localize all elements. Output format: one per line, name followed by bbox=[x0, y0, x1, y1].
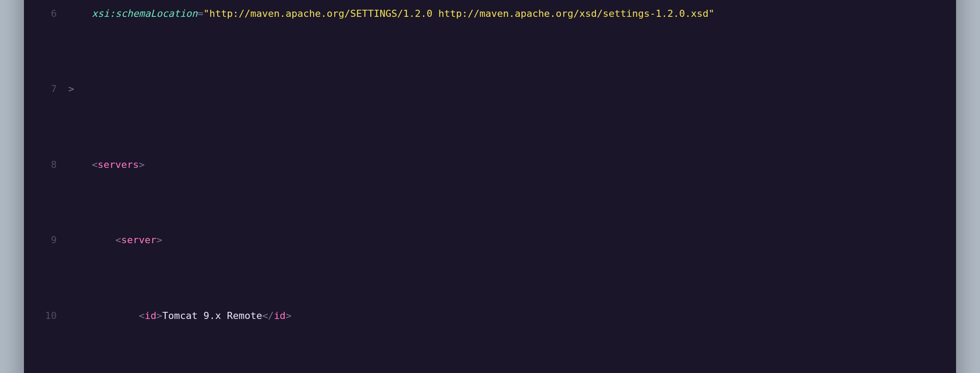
line-number: 8 bbox=[42, 157, 68, 172]
code-line: 6 xsi:schemaLocation="http://maven.apach… bbox=[42, 6, 938, 21]
line-number: 10 bbox=[42, 308, 68, 323]
code-content: xsi:schemaLocation="http://maven.apache.… bbox=[68, 6, 938, 21]
code-content: <server> bbox=[68, 233, 938, 248]
code-line: 10 <id>Tomcat 9.x Remote</id> bbox=[42, 308, 938, 323]
code-window: 1 <!-- /<path-to-maven>/conf/settings.xm… bbox=[24, 0, 956, 373]
code-line: 7 > bbox=[42, 82, 938, 97]
code-content: <servers> bbox=[68, 157, 938, 172]
line-number: 9 bbox=[42, 233, 68, 248]
code-line: 9 <server> bbox=[42, 233, 938, 248]
line-number: 7 bbox=[42, 82, 68, 97]
code-content: > bbox=[68, 82, 938, 97]
code-line: 8 <servers> bbox=[42, 157, 938, 172]
line-number: 6 bbox=[42, 6, 68, 21]
code-content: <id>Tomcat 9.x Remote</id> bbox=[68, 308, 938, 323]
code-block: 1 <!-- /<path-to-maven>/conf/settings.xm… bbox=[42, 0, 938, 373]
